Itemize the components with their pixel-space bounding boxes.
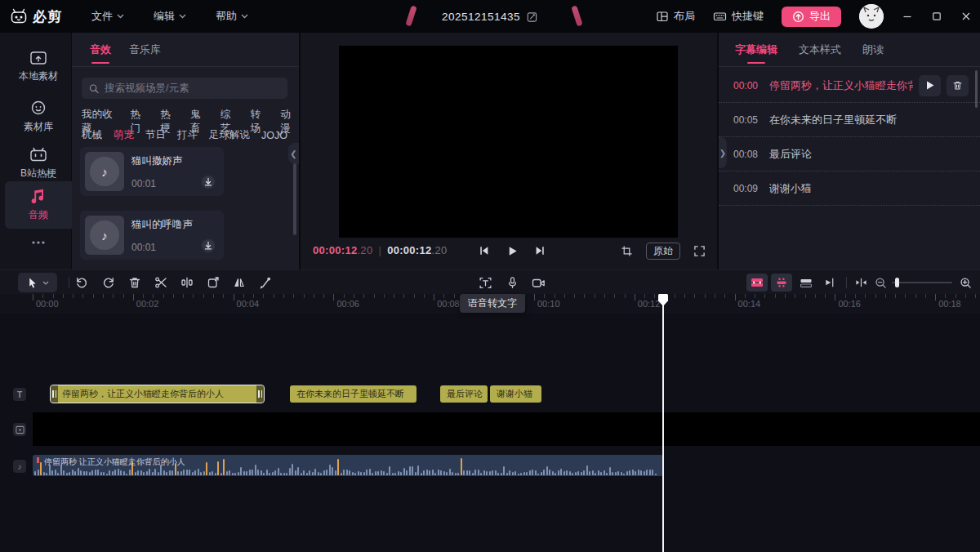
previous-frame-button[interactable] [476, 243, 492, 259]
download-button[interactable] [199, 237, 217, 255]
upload-folder-icon [5, 51, 72, 65]
window-close-button[interactable] [960, 11, 972, 22]
subtitle-list-scrollbar[interactable] [975, 70, 978, 108]
subtitle-text[interactable]: 最后评论 [769, 147, 969, 162]
audio-duration: 00:01 [131, 242, 156, 253]
category-tag[interactable]: 打斗 [177, 128, 198, 142]
shortcuts-button[interactable]: 快捷键 [713, 9, 764, 24]
app-name: 必剪 [33, 7, 62, 26]
menu-help[interactable]: 帮助 [216, 9, 248, 24]
subtitle-clip[interactable]: 停留两秒，让正义小猫瞪走你背后的小人 [51, 385, 264, 403]
subtitle-clip[interactable]: 在你未来的日子里顿延不断 [290, 385, 416, 403]
cut-button[interactable] [151, 273, 171, 292]
undo-button[interactable] [72, 273, 91, 292]
more-dots-icon [5, 240, 72, 245]
freeze-frame-button[interactable] [203, 273, 223, 292]
video-track-icon [13, 423, 26, 436]
video-track-clip[interactable] [33, 412, 980, 446]
search-input[interactable] [105, 82, 280, 94]
zoom-in-icon[interactable] [956, 273, 975, 292]
zoom-slider-handle[interactable] [895, 278, 899, 287]
category-tag[interactable]: 萌宠 [114, 128, 134, 142]
original-ratio-button[interactable]: 原始 [646, 243, 680, 260]
tab-text-style[interactable]: 文本样式 [799, 33, 841, 67]
tags-expand-icon[interactable] [276, 131, 284, 136]
edit-title-icon[interactable] [526, 11, 538, 23]
mirror-button[interactable] [229, 273, 249, 292]
subtitle-clip[interactable]: 最后评论 [440, 385, 488, 403]
toggle-auto-attach[interactable] [818, 274, 840, 292]
window-maximize-button[interactable] [931, 11, 942, 22]
menu-file[interactable]: 文件 [91, 9, 124, 24]
sidebar-item-asset-library[interactable]: 素材库 [5, 93, 72, 140]
menu-edit[interactable]: 编辑 [154, 9, 186, 24]
subtitle-time: 00:09 [733, 183, 769, 194]
play-subtitle-button[interactable] [919, 75, 941, 96]
library-scrollbar[interactable] [293, 163, 296, 235]
fullscreen-icon[interactable] [693, 245, 706, 257]
avatar[interactable] [859, 4, 884, 29]
audio-duration: 00:01 [131, 178, 156, 189]
subtitle-text[interactable]: 谢谢小猫 [769, 181, 969, 196]
category-tag[interactable]: 机械 [82, 128, 102, 142]
audio-track-clip[interactable]: 停留两秒 让正义小猫瞪走你背后的小人 [33, 455, 663, 476]
toggle-subtitle-track-view[interactable] [746, 274, 768, 292]
bijian-logo-icon [10, 8, 28, 24]
pin-button[interactable] [256, 273, 275, 292]
layout-grid-icon [656, 10, 669, 23]
trim-handle-left[interactable] [51, 385, 58, 403]
audio-thumbnail: ♪ [85, 216, 124, 255]
split-button[interactable] [177, 273, 197, 292]
crop-icon[interactable] [621, 245, 633, 257]
toggle-track-layers-view[interactable] [795, 274, 817, 292]
subtitle-row[interactable]: 00:09谢谢小猫 [719, 171, 980, 206]
play-button[interactable] [504, 243, 520, 259]
subtitle-text[interactable]: 停留两秒，让正义小猫瞪走你背后的小 [769, 78, 913, 93]
collapse-library-panel-button[interactable]: ❮ [288, 143, 299, 164]
sidebar-item-local-media[interactable]: 本地素材 [5, 44, 72, 90]
subtitle-clip[interactable]: 谢谢小猫 [490, 385, 541, 403]
zoom-out-icon[interactable] [871, 273, 890, 292]
delete-button[interactable] [125, 273, 145, 292]
trim-handle-right[interactable] [256, 385, 264, 403]
subtitle-row[interactable]: 00:08最后评论 [719, 137, 980, 171]
audio-effect-card[interactable]: ♪猫叫撒娇声00:01 [80, 147, 224, 196]
audio-thumbnail: ♪ [85, 152, 124, 191]
record-video-button[interactable] [528, 273, 548, 292]
playhead-line[interactable] [662, 294, 664, 552]
toggle-audio-track-view[interactable] [771, 274, 792, 292]
microphone-button[interactable] [502, 273, 522, 292]
search-box[interactable] [82, 78, 287, 99]
sidebar-item-bilibili-memes[interactable]: B站热梗 [5, 140, 72, 187]
app-logo: 必剪 [10, 7, 62, 26]
window-minimize-button[interactable] [902, 11, 913, 22]
export-button[interactable]: 导出 [782, 7, 841, 27]
tab-subtitle-edit[interactable]: 字幕编辑 [735, 33, 777, 67]
category-tag[interactable]: 节日 [145, 128, 166, 142]
sidebar-item-more[interactable] [5, 234, 72, 252]
select-tool-button[interactable] [18, 273, 57, 292]
tag-row-2: 机械萌宠节日打斗足球解说JOJO [82, 128, 287, 142]
redo-button[interactable] [99, 273, 118, 292]
subtitle-time: 00:00 [733, 80, 769, 91]
next-frame-button[interactable] [532, 243, 548, 259]
audio-effect-card[interactable]: ♪猫叫的呼噜声00:01 [80, 211, 224, 260]
snap-button[interactable] [851, 273, 871, 292]
delete-subtitle-button[interactable] [947, 75, 969, 96]
subtitle-row[interactable]: 00:00停留两秒，让正义小猫瞪走你背后的小 [719, 69, 980, 103]
tab-music-library[interactable]: 音乐库 [129, 33, 161, 67]
subtitle-text[interactable]: 在你未来的日子里顿延不断 [769, 113, 969, 127]
video-preview[interactable] [339, 46, 678, 238]
tab-sound-effects[interactable]: 音效 [90, 33, 111, 67]
subtitle-row[interactable]: 00:05在你未来的日子里顿延不断 [719, 103, 980, 137]
library-tabstrip: 音效 音乐库 [72, 33, 299, 67]
total-time: 00:00:12 [387, 244, 431, 256]
category-tag[interactable]: 足球解说 [209, 128, 250, 142]
layout-button[interactable]: 布局 [656, 9, 695, 24]
tab-read-aloud[interactable]: 朗读 [862, 33, 884, 67]
sidebar-item-audio[interactable]: 音频 [5, 181, 72, 229]
timeline-zoom-slider[interactable] [892, 282, 952, 283]
speech-to-text-button[interactable] [475, 273, 495, 292]
download-button[interactable] [199, 173, 217, 191]
collapse-subtitle-panel-button[interactable]: ❯ [719, 137, 727, 168]
